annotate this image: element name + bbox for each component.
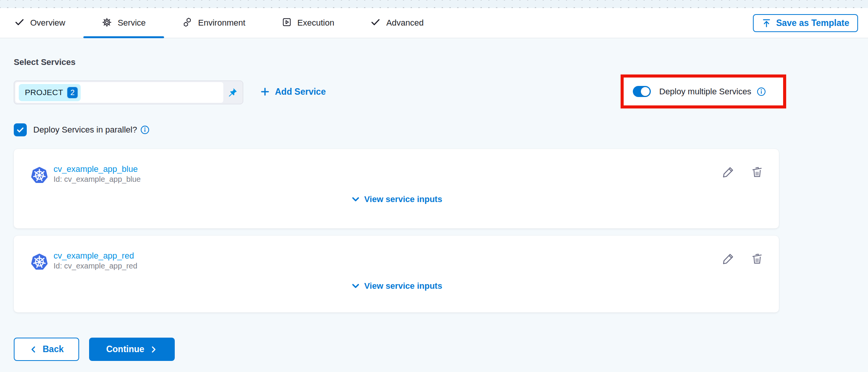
delete-service-button[interactable] xyxy=(751,252,764,265)
chevron-right-icon xyxy=(149,345,158,354)
service-card: cv_example_app_red Id: cv_example_app_re… xyxy=(14,236,779,312)
service-meta: cv_example_app_red Id: cv_example_app_re… xyxy=(54,251,137,270)
tab-overview[interactable]: Overview xyxy=(15,8,65,38)
project-chip-label: PROJECT xyxy=(25,88,63,97)
service-id: Id: cv_example_app_blue xyxy=(54,175,141,184)
plus-icon xyxy=(260,87,270,97)
select-services-label: Select Services xyxy=(14,57,75,67)
back-label: Back xyxy=(43,344,64,354)
deploy-multiple-services-toggle[interactable] xyxy=(633,86,651,97)
service-meta: cv_example_app_blue Id: cv_example_app_b… xyxy=(54,164,141,184)
tab-label: Environment xyxy=(198,18,245,28)
save-as-template-button[interactable]: Save as Template xyxy=(753,14,858,32)
edit-service-button[interactable] xyxy=(722,166,735,179)
view-service-inputs-label: View service inputs xyxy=(364,194,442,204)
view-service-inputs-label: View service inputs xyxy=(364,281,442,291)
add-service-label: Add Service xyxy=(275,87,326,97)
kubernetes-icon xyxy=(31,253,48,271)
deploy-multiple-services-label: Deploy multiple Services xyxy=(659,87,751,97)
deploy-parallel-checkbox[interactable] xyxy=(14,123,27,136)
services-input-field[interactable]: PROJECT 2 xyxy=(15,82,223,103)
check-icon xyxy=(371,17,380,29)
info-icon[interactable] xyxy=(140,125,150,134)
deploy-parallel-row: Deploy Services in parallel? xyxy=(14,123,150,137)
service-card-actions xyxy=(722,166,764,179)
service-name-link[interactable]: cv_example_app_red xyxy=(54,251,137,261)
chevron-left-icon xyxy=(29,345,38,354)
service-name-link[interactable]: cv_example_app_blue xyxy=(54,164,141,174)
deploy-parallel-label: Deploy Services in parallel? xyxy=(33,125,137,135)
service-id: Id: cv_example_app_red xyxy=(54,262,137,270)
tab-label: Service xyxy=(118,18,146,28)
stage-tabbar: Overview Service Environment xyxy=(0,8,868,38)
add-service-button[interactable]: Add Service xyxy=(260,81,326,102)
canvas-dots-strip xyxy=(0,0,868,8)
back-button[interactable]: Back xyxy=(14,338,79,361)
gear-icon xyxy=(102,17,112,29)
project-count-badge: 2 xyxy=(67,86,78,99)
red-highlight-annotation: Deploy multiple Services xyxy=(621,74,786,108)
edit-service-button[interactable] xyxy=(722,252,735,265)
tab-execution[interactable]: Execution xyxy=(282,8,335,38)
service-card: cv_example_app_blue Id: cv_example_app_b… xyxy=(14,149,779,228)
chevron-down-icon xyxy=(351,194,361,204)
service-card-actions xyxy=(722,252,764,265)
pin-icon xyxy=(227,87,238,98)
tab-advanced[interactable]: Advanced xyxy=(371,8,424,38)
save-as-template-label: Save as Template xyxy=(776,18,849,28)
tab-service[interactable]: Service xyxy=(102,8,146,38)
stage-tabs: Overview Service Environment xyxy=(0,8,868,38)
project-scope-chip[interactable]: PROJECT 2 xyxy=(19,84,81,101)
hexagons-icon xyxy=(182,17,192,29)
check-icon xyxy=(16,126,24,134)
kubernetes-icon xyxy=(31,167,48,184)
tab-label: Overview xyxy=(30,18,65,28)
chevron-down-icon xyxy=(351,281,361,291)
continue-button[interactable]: Continue xyxy=(89,338,175,361)
tab-environment[interactable]: Environment xyxy=(182,8,245,38)
info-icon[interactable] xyxy=(757,87,766,96)
delete-service-button[interactable] xyxy=(751,166,764,179)
tab-label: Advanced xyxy=(386,18,424,28)
services-multiselect-input[interactable]: PROJECT 2 xyxy=(14,81,243,104)
play-box-icon xyxy=(282,17,292,29)
upload-icon xyxy=(762,18,771,28)
toggle-knob xyxy=(641,87,650,96)
tab-label: Execution xyxy=(297,18,335,28)
view-service-inputs-toggle[interactable]: View service inputs xyxy=(14,193,779,205)
check-icon xyxy=(15,17,24,29)
view-service-inputs-toggle[interactable]: View service inputs xyxy=(14,280,779,292)
pin-button[interactable] xyxy=(223,82,242,103)
continue-label: Continue xyxy=(106,344,145,354)
